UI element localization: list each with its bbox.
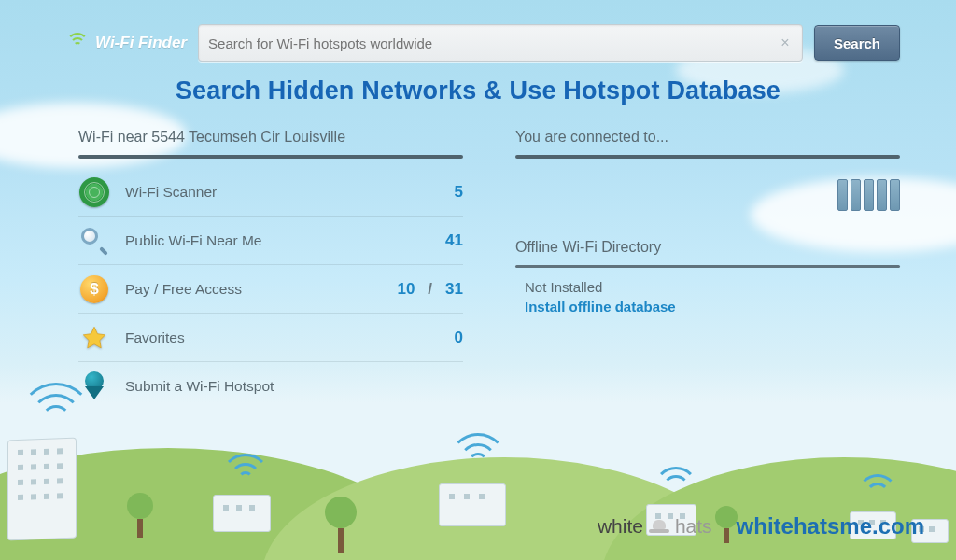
- main-panels: Wi-Fi near 5544 Tecumseh Cir Louisville …: [78, 129, 900, 411]
- row-pair-value: 10 / 31: [397, 280, 463, 299]
- free-value: 31: [445, 280, 463, 299]
- right-pane: You are connected to... Offline Wi-Fi Di…: [515, 129, 900, 411]
- connected-section: You are connected to...: [515, 129, 900, 211]
- tree-decor: [325, 497, 357, 553]
- clear-icon[interactable]: ×: [778, 35, 793, 50]
- offline-status: Not Installed: [525, 279, 900, 295]
- app-logo-text: Wi-Fi Finder: [95, 34, 187, 52]
- offline-title: Offline Wi-Fi Directory: [515, 239, 900, 256]
- search-field-wrap[interactable]: ×: [198, 24, 803, 62]
- coin-icon: $: [78, 273, 110, 305]
- brand-part1: white: [598, 515, 643, 538]
- divider: [515, 265, 900, 268]
- hat-icon: [649, 520, 669, 533]
- connected-title: You are connected to...: [515, 129, 900, 146]
- divider: [78, 155, 463, 159]
- row-payfree[interactable]: $ Pay / Free Access 10 / 31: [78, 265, 463, 314]
- row-label: Submit a Wi-Fi Hotspot: [125, 378, 463, 395]
- brand-part2: hats: [675, 515, 712, 538]
- header: Wi-Fi Finder × Search: [65, 19, 900, 67]
- site-url[interactable]: whitehatsme.com: [737, 513, 924, 539]
- wifi-wave-icon: [448, 433, 508, 470]
- wifi-list: Wi-Fi Scanner 5 Public Wi-Fi Near Me 41 …: [78, 168, 463, 411]
- row-nearme[interactable]: Public Wi-Fi Near Me 41: [78, 217, 463, 265]
- building-decor: [213, 495, 271, 532]
- search-button[interactable]: Search: [814, 25, 900, 61]
- tree-decor: [127, 493, 153, 538]
- signal-bars-icon: [515, 179, 900, 211]
- offline-section: Offline Wi-Fi Directory Not Installed In…: [515, 239, 900, 315]
- install-offline-link[interactable]: Install offline database: [525, 299, 900, 315]
- wifi-icon: [65, 33, 90, 53]
- pay-value: 10: [397, 280, 415, 299]
- row-label: Public Wi-Fi Near Me: [125, 232, 424, 249]
- row-submit[interactable]: Submit a Wi-Fi Hotspot: [78, 362, 463, 411]
- left-pane: Wi-Fi near 5544 Tecumseh Cir Louisville …: [78, 129, 463, 411]
- left-section-title: Wi-Fi near 5544 Tecumseh Cir Louisville: [78, 129, 463, 146]
- divider: [515, 155, 900, 159]
- search-icon: [78, 225, 110, 257]
- page-headline: Search Hidden Networks & Use Hotspot Dat…: [0, 77, 956, 105]
- wifi-wave-icon: [220, 454, 271, 485]
- building-decor: [7, 438, 77, 541]
- footer: whitehats whitehatsme.com: [598, 513, 924, 539]
- row-label: Wi-Fi Scanner: [125, 184, 424, 201]
- row-value: 0: [439, 329, 463, 347]
- row-value: 41: [439, 231, 463, 250]
- wifi-wave-icon: [654, 467, 698, 495]
- row-value: 5: [439, 183, 463, 202]
- building-decor: [439, 483, 506, 526]
- row-label: Pay / Free Access: [125, 281, 382, 298]
- pin-icon: [78, 371, 110, 402]
- wifi-wave-icon: [857, 474, 898, 500]
- whitehats-logo: whitehats: [598, 515, 712, 538]
- pair-separator: /: [428, 280, 432, 299]
- row-favorites[interactable]: Favorites 0: [78, 314, 463, 362]
- app-logo: Wi-Fi Finder: [65, 33, 187, 53]
- star-icon: [78, 322, 110, 354]
- row-label: Favorites: [125, 329, 424, 346]
- row-scanner[interactable]: Wi-Fi Scanner 5: [78, 168, 463, 217]
- search-input[interactable]: [208, 35, 778, 51]
- radar-icon: [78, 176, 110, 208]
